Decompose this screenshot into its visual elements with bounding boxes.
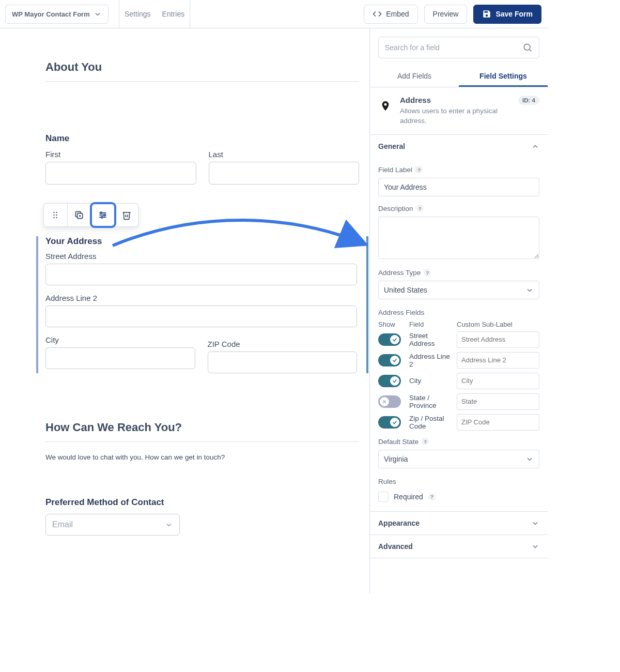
help-icon[interactable]: ? [416, 205, 424, 212]
search-icon [522, 42, 533, 53]
delete-field-button[interactable] [115, 204, 138, 226]
show-toggle[interactable] [378, 375, 401, 387]
address-field-row: City [378, 373, 539, 389]
svg-line-16 [530, 50, 532, 52]
address-field-name: Address Line 2 [409, 353, 454, 368]
embed-button[interactable]: Embed [364, 5, 417, 24]
show-toggle[interactable] [378, 333, 401, 346]
line2-input[interactable] [45, 306, 357, 327]
panel-appearance-header[interactable]: Appearance [370, 512, 548, 534]
field-id-chip: ID: 4 [518, 96, 539, 105]
field-type-header: Address Allows users to enter a physical… [370, 87, 548, 135]
field-label-address: Your Address [45, 236, 357, 247]
chevron-up-icon [531, 142, 539, 150]
description-input[interactable] [378, 217, 539, 259]
sublabel-last: Last [209, 150, 360, 159]
drag-handle-button[interactable] [44, 204, 68, 226]
field-settings-button[interactable] [91, 204, 115, 226]
svg-point-1 [56, 212, 58, 213]
save-form-button[interactable]: Save Form [473, 5, 541, 24]
help-icon[interactable]: ? [424, 269, 431, 276]
panel-advanced-header[interactable]: Advanced [370, 535, 548, 558]
field-search[interactable]: Search for a field [378, 37, 539, 58]
sidebar-tabs: Add Fields Field Settings [370, 67, 548, 87]
chevron-down-icon [525, 286, 534, 294]
required-label: Required [394, 493, 423, 501]
field-search-placeholder: Search for a field [385, 43, 440, 52]
nav-entries[interactable]: Entries [162, 10, 185, 18]
panel-general-header[interactable]: General [370, 135, 548, 158]
col-show: Show [378, 320, 406, 328]
panel-appearance-label: Appearance [378, 519, 420, 527]
svg-point-14 [101, 217, 103, 218]
tab-add-fields[interactable]: Add Fields [370, 67, 459, 87]
location-pin-icon [378, 99, 393, 113]
preview-button[interactable]: Preview [424, 5, 468, 24]
required-checkbox[interactable] [378, 492, 389, 502]
section-title-how: How Can We Reach You? [45, 421, 359, 434]
sublabel-input[interactable] [457, 393, 539, 410]
preview-button-label: Preview [433, 10, 459, 18]
field-toolbar [43, 203, 138, 227]
show-toggle[interactable] [378, 416, 401, 429]
chevron-down-icon [165, 521, 173, 529]
sublabel-input[interactable] [457, 352, 539, 369]
help-icon[interactable]: ? [415, 166, 423, 173]
panel-general-label: General [378, 142, 405, 150]
help-icon[interactable]: ? [422, 438, 429, 445]
address-field-row: Address Line 2 [378, 352, 539, 369]
chevron-down-icon [525, 455, 534, 463]
chevron-down-icon [531, 542, 539, 551]
show-toggle[interactable] [378, 395, 401, 408]
top-nav: Settings Entries [125, 10, 184, 18]
first-name-input[interactable] [45, 162, 196, 185]
default-state-label: Default State [378, 438, 419, 446]
svg-point-2 [54, 215, 55, 216]
last-name-input[interactable] [209, 162, 360, 185]
rules-label: Rules [378, 478, 396, 485]
city-input[interactable] [45, 347, 195, 369]
form-selector-label: WP Mayor Contact Form [12, 10, 90, 18]
field-type-title: Address [400, 96, 511, 104]
field-label-input[interactable] [378, 178, 539, 196]
address-type-value: United States [384, 286, 427, 294]
help-icon[interactable]: ? [428, 493, 436, 500]
field-label-preferred: Preferred Method of Contact [45, 497, 359, 508]
field-label-label: Field Label [378, 166, 412, 174]
selected-address-field[interactable]: Your Address Street Address Address Line… [36, 236, 363, 373]
show-toggle[interactable] [378, 354, 401, 366]
svg-point-15 [524, 44, 530, 50]
sublabel-input[interactable] [457, 373, 539, 389]
svg-point-12 [100, 212, 102, 213]
form-selector[interactable]: WP Mayor Contact Form [5, 5, 109, 24]
field-type-description: Allows users to enter a physical address… [400, 106, 511, 126]
divider [45, 81, 359, 82]
address-fields-label: Address Fields [378, 309, 424, 316]
form-canvas: About You Name First Last [0, 28, 369, 593]
sublabel-input[interactable] [457, 414, 539, 431]
address-field-name: State / Province [409, 394, 454, 409]
street-input[interactable] [45, 264, 357, 285]
zip-input[interactable] [208, 352, 358, 373]
address-type-select[interactable]: United States [378, 281, 539, 299]
address-field-name: Zip / Postal Code [409, 415, 454, 430]
address-field-name: Street Address [409, 332, 454, 347]
duplicate-field-button[interactable] [68, 204, 91, 226]
sublabel-zip: ZIP Code [208, 340, 358, 348]
address-type-label: Address Type [378, 269, 421, 277]
address-field-row: Zip / Postal Code [378, 414, 539, 431]
address-field-row: Street Address [378, 331, 539, 348]
tab-field-settings[interactable]: Field Settings [459, 67, 548, 87]
preferred-contact-value: Email [52, 520, 73, 529]
preferred-contact-select[interactable]: Email [45, 514, 180, 536]
description-label: Description [378, 205, 413, 212]
sublabel-input[interactable] [457, 331, 539, 348]
default-state-select[interactable]: Virginia [378, 450, 539, 468]
address-field-name: City [409, 377, 454, 385]
field-label-name: Name [45, 133, 359, 144]
svg-point-0 [54, 212, 55, 213]
top-bar: WP Mayor Contact Form Settings Entries E… [0, 0, 548, 28]
svg-point-3 [56, 215, 58, 216]
nav-settings[interactable]: Settings [125, 10, 151, 18]
svg-point-13 [104, 214, 105, 216]
